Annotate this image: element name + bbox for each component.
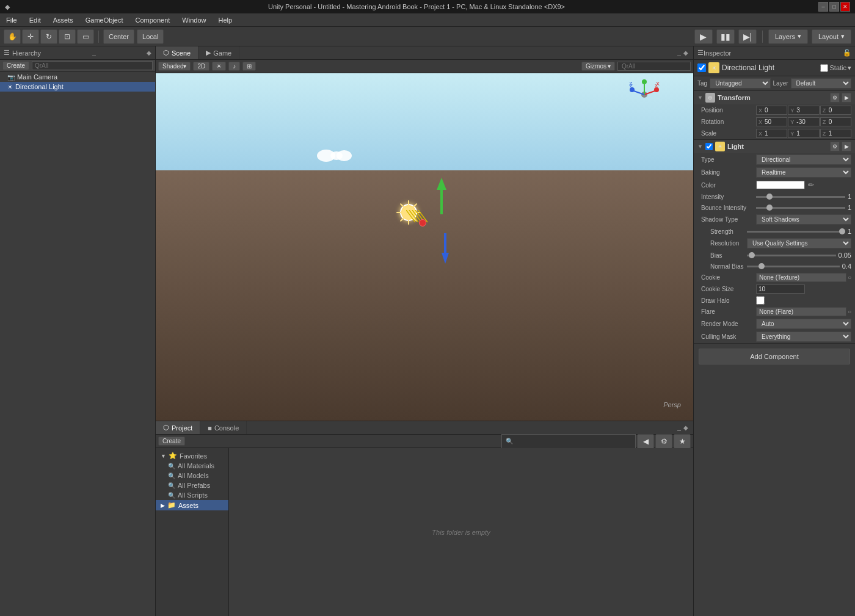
close-button[interactable]: ✕: [840, 2, 850, 12]
inspector-title: Inspector: [704, 49, 731, 57]
transform-settings-icon[interactable]: ⚙: [830, 93, 840, 103]
hierarchy-minimize-icon[interactable]: ⎯: [92, 49, 96, 56]
light-shadow-type-dropdown[interactable]: Soft Shadows: [756, 214, 851, 225]
menu-edit[interactable]: Edit: [23, 13, 47, 26]
project-star-button[interactable]: ★: [674, 434, 691, 449]
menu-gameobject[interactable]: GameObject: [79, 13, 129, 26]
add-component-button[interactable]: Add Component: [699, 349, 850, 364]
menu-file[interactable]: File: [0, 13, 23, 26]
assets-folder[interactable]: ▶ 📁 Assets: [156, 500, 228, 510]
minimize-button[interactable]: –: [818, 2, 828, 12]
static-checkbox[interactable]: [820, 64, 828, 72]
light-more-icon[interactable]: ▶: [842, 142, 851, 151]
gizmos-button[interactable]: Gizmos▾: [581, 62, 615, 71]
rect-tool[interactable]: ▭: [77, 29, 94, 44]
rotation-z-input[interactable]: [829, 118, 849, 125]
project-settings-button[interactable]: ⚙: [655, 434, 672, 449]
step-button[interactable]: ▶|: [738, 29, 757, 44]
menu-assets[interactable]: Assets: [47, 13, 79, 26]
hand-tool[interactable]: ✋: [4, 29, 21, 44]
scene-panel-maxmize-icon[interactable]: ◆: [683, 49, 688, 56]
menu-component[interactable]: Component: [129, 13, 176, 26]
hierarchy-item-directional-light[interactable]: ☀ Directional Light: [0, 82, 155, 92]
tree-all-prefabs[interactable]: 🔍 All Prefabs: [156, 480, 228, 490]
layers-dropdown[interactable]: Layers ▾: [768, 29, 808, 44]
scale-z-input[interactable]: [829, 130, 849, 137]
rotation-y-field: Y: [788, 117, 819, 126]
light-color-picker-icon[interactable]: ✏: [806, 180, 816, 190]
inspector-lock-icon[interactable]: 🔓: [843, 49, 851, 57]
position-z-input[interactable]: [829, 107, 849, 114]
light-settings-icon[interactable]: ⚙: [830, 142, 840, 151]
light-bounce-slider[interactable]: [756, 207, 845, 209]
scale-tool[interactable]: ⊡: [59, 29, 76, 44]
project-prev-button[interactable]: ◀: [637, 434, 654, 449]
tab-console[interactable]: ■ Console: [200, 421, 247, 434]
light-draw-halo-checkbox[interactable]: [756, 296, 765, 305]
light-cookie-pick-icon[interactable]: ○: [848, 274, 851, 281]
light-cookie-size-input[interactable]: [759, 286, 802, 292]
light-color-swatch[interactable]: [756, 181, 805, 189]
shading-dropdown[interactable]: Shaded▾: [158, 62, 191, 71]
light-flare-pick-icon[interactable]: ○: [848, 308, 851, 315]
move-tool[interactable]: ✛: [22, 29, 39, 44]
object-name-input[interactable]: [722, 63, 818, 72]
2d-button[interactable]: 2D: [193, 62, 209, 71]
hierarchy-create-button[interactable]: Create: [2, 61, 29, 70]
maximize-button[interactable]: □: [829, 2, 839, 12]
scene-search-input[interactable]: [617, 62, 691, 71]
light-strength-slider[interactable]: [747, 231, 845, 233]
light-header[interactable]: ▼ ☀ Light ⚙ ▶: [694, 140, 855, 153]
bottom-panel-minimize-icon[interactable]: ⎯: [677, 424, 681, 431]
local-button[interactable]: Local: [137, 29, 164, 44]
light-type-dropdown[interactable]: Directional: [756, 154, 851, 165]
light-bias-slider[interactable]: [747, 255, 836, 256]
tree-all-scripts[interactable]: 🔍 All Scripts: [156, 490, 228, 500]
pause-button[interactable]: ▮▮: [716, 29, 735, 44]
tree-all-models[interactable]: 🔍 All Models: [156, 471, 228, 480]
scale-y-input[interactable]: [796, 130, 817, 137]
tree-all-materials[interactable]: 🔍 All Materials: [156, 461, 228, 471]
play-button[interactable]: ▶: [694, 29, 713, 44]
light-culling-mask-dropdown[interactable]: Everything: [756, 332, 851, 342]
light-normal-bias-slider[interactable]: [747, 266, 840, 267]
project-search-input[interactable]: [501, 434, 636, 449]
lighting-button[interactable]: ☀: [212, 62, 226, 71]
layer-dropdown[interactable]: Default: [791, 78, 851, 89]
object-active-checkbox[interactable]: [697, 63, 706, 72]
tag-dropdown[interactable]: Untagged: [710, 78, 770, 89]
light-enabled-checkbox[interactable]: [705, 143, 713, 150]
menu-help[interactable]: Help: [212, 13, 238, 26]
scene-panel-minimize-icon[interactable]: ⎯: [677, 49, 681, 56]
tab-game[interactable]: ▶ Game: [198, 46, 239, 59]
light-cookie-size-row: Cookie Size: [694, 283, 855, 295]
light-resolution-dropdown[interactable]: Use Quality Settings: [747, 238, 851, 248]
light-baking-dropdown[interactable]: Realtime: [756, 167, 851, 178]
light-intensity-slider[interactable]: [756, 196, 845, 198]
position-x-input[interactable]: [765, 107, 785, 114]
light-color-label: Color: [701, 182, 756, 189]
static-dropdown-icon[interactable]: ▾: [848, 64, 851, 72]
menu-window[interactable]: Window: [176, 13, 212, 26]
project-create-button[interactable]: Create: [158, 437, 185, 446]
transform-more-icon[interactable]: ▶: [842, 93, 851, 103]
bottom-panel-close-icon[interactable]: ◆: [683, 424, 688, 431]
light-render-mode-dropdown[interactable]: Auto: [756, 319, 851, 329]
rotation-y-input[interactable]: [796, 118, 817, 125]
pivot-button[interactable]: Center: [103, 29, 134, 44]
transform-header[interactable]: ▼ ⊕ Transform ⚙ ▶: [694, 91, 855, 104]
hierarchy-close-icon[interactable]: ◆: [147, 49, 151, 56]
tab-scene[interactable]: ⬡ Scene: [156, 46, 198, 59]
layout-dropdown[interactable]: Layout ▾: [812, 29, 851, 44]
scale-x-label: X: [759, 131, 763, 137]
audio-button[interactable]: ♪: [228, 62, 240, 71]
favorites-group[interactable]: ▼ ⭐ Favorites: [156, 451, 228, 461]
rotate-tool[interactable]: ↻: [40, 29, 57, 44]
rotation-x-input[interactable]: [765, 118, 785, 125]
effects-button[interactable]: ⊞: [242, 62, 256, 71]
hierarchy-search-input[interactable]: [32, 61, 153, 70]
position-y-input[interactable]: [796, 107, 817, 114]
hierarchy-item-main-camera[interactable]: 📷 Main Camera: [0, 72, 155, 82]
tab-project[interactable]: ⬡ Project: [156, 421, 200, 434]
scale-x-input[interactable]: [765, 130, 785, 137]
